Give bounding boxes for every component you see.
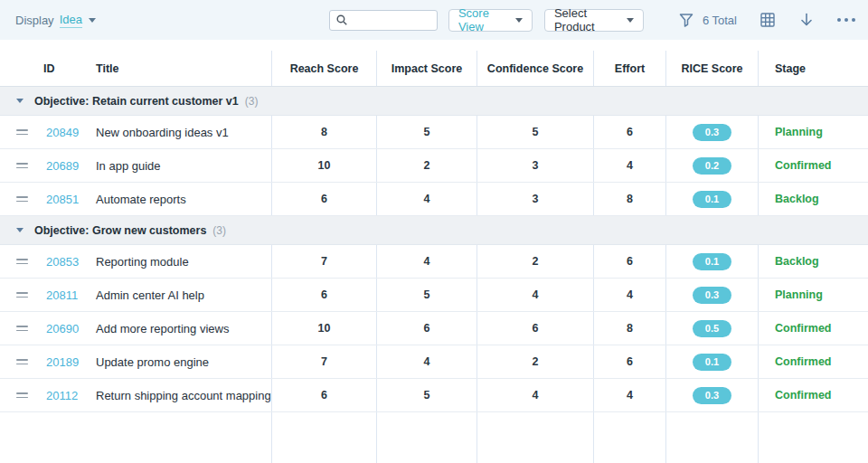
table-row[interactable]: 20811 Admin center AI help 6 5 4 4 0.3 P… bbox=[0, 279, 868, 312]
reach-score-cell[interactable]: 7 bbox=[271, 245, 376, 278]
table-row[interactable]: 20112 Return shipping account mapping 6 … bbox=[0, 379, 868, 412]
confidence-score-cell[interactable]: 2 bbox=[476, 345, 593, 378]
confidence-score-cell[interactable]: 4 bbox=[476, 279, 593, 311]
table-row[interactable]: 20851 Automate reports 6 4 3 8 0.1 Backl… bbox=[0, 183, 868, 216]
confidence-score-cell[interactable]: 3 bbox=[476, 149, 593, 182]
effort-cell[interactable]: 4 bbox=[593, 149, 665, 182]
rice-score-badge: 0.1 bbox=[693, 354, 731, 371]
column-header-rice-score: RICE Score bbox=[665, 51, 758, 86]
display-dropdown[interactable]: Display Idea bbox=[15, 13, 96, 28]
row-title[interactable]: Update promo engine bbox=[90, 345, 271, 378]
collapse-caret-icon[interactable] bbox=[16, 228, 24, 232]
impact-score-cell[interactable]: 5 bbox=[376, 279, 476, 311]
column-header-impact-score: Impact Score bbox=[376, 51, 476, 86]
stage-label: Backlog bbox=[758, 245, 868, 278]
row-id-link[interactable]: 20851 bbox=[46, 193, 79, 206]
row-id-link[interactable]: 20189 bbox=[46, 355, 79, 369]
search-input[interactable] bbox=[353, 14, 431, 26]
impact-score-cell[interactable]: 4 bbox=[376, 183, 476, 215]
confidence-score-cell[interactable]: 2 bbox=[476, 245, 593, 278]
column-header-stage: Stage bbox=[758, 51, 868, 86]
collapse-caret-icon[interactable] bbox=[16, 99, 24, 103]
reach-score-cell[interactable]: 6 bbox=[271, 183, 376, 215]
confidence-score-cell[interactable]: 6 bbox=[476, 312, 593, 345]
group-count: (3) bbox=[245, 95, 259, 108]
effort-cell[interactable]: 6 bbox=[593, 245, 665, 278]
table-row[interactable]: 20853 Reporting module 7 4 2 6 0.1 Backl… bbox=[0, 245, 868, 279]
search-box[interactable] bbox=[329, 10, 438, 31]
effort-cell[interactable]: 4 bbox=[593, 379, 665, 411]
reach-score-cell[interactable]: 10 bbox=[271, 312, 376, 345]
table-row[interactable]: 20690 Add more reporting views 10 6 6 8 … bbox=[0, 312, 868, 345]
drag-handle-icon[interactable] bbox=[16, 359, 28, 364]
row-title[interactable]: Reporting module bbox=[90, 245, 271, 278]
impact-score-cell[interactable]: 5 bbox=[376, 379, 476, 411]
row-title[interactable]: Automate reports bbox=[90, 183, 271, 215]
row-id-link[interactable]: 20811 bbox=[46, 288, 78, 302]
drag-handle-icon[interactable] bbox=[16, 196, 28, 202]
confidence-score-cell[interactable]: 3 bbox=[476, 183, 593, 215]
impact-score-cell[interactable]: 4 bbox=[376, 245, 476, 278]
effort-cell[interactable]: 6 bbox=[593, 345, 665, 378]
drag-handle-icon[interactable] bbox=[16, 163, 28, 168]
drag-handle-icon[interactable] bbox=[16, 392, 28, 398]
download-button[interactable] bbox=[798, 12, 815, 28]
column-header-title: Title bbox=[90, 51, 271, 86]
drag-handle-icon[interactable] bbox=[16, 129, 28, 135]
table-row[interactable]: 20849 New onboarding ideas v1 8 5 5 6 0.… bbox=[0, 116, 868, 149]
effort-cell[interactable]: 6 bbox=[593, 116, 665, 148]
rice-score-badge: 0.2 bbox=[693, 157, 731, 175]
confidence-score-cell[interactable]: 4 bbox=[476, 379, 593, 411]
reach-score-cell[interactable]: 6 bbox=[271, 379, 376, 411]
rice-score-badge: 0.5 bbox=[693, 320, 731, 337]
select-product-caret-icon bbox=[627, 18, 634, 23]
effort-cell[interactable]: 4 bbox=[593, 279, 665, 311]
row-title[interactable]: Admin center AI help bbox=[90, 279, 271, 311]
drag-handle-icon[interactable] bbox=[16, 292, 28, 298]
drag-handle-icon[interactable] bbox=[16, 259, 28, 264]
empty-row bbox=[0, 412, 868, 463]
column-header-effort: Effort bbox=[593, 51, 665, 86]
effort-cell[interactable]: 8 bbox=[593, 312, 665, 345]
group-header[interactable]: Objective: Retain current customer v1 (3… bbox=[0, 87, 868, 116]
row-title[interactable]: Return shipping account mapping bbox=[90, 379, 271, 411]
reach-score-cell[interactable]: 7 bbox=[271, 345, 376, 378]
impact-score-cell[interactable]: 2 bbox=[376, 149, 476, 182]
row-id-link[interactable]: 20849 bbox=[46, 126, 79, 139]
row-id-link[interactable]: 20853 bbox=[46, 255, 79, 269]
grid-view-button[interactable] bbox=[760, 12, 776, 28]
group-header[interactable]: Objective: Grow new customers (3) bbox=[0, 216, 868, 245]
reach-score-cell[interactable]: 8 bbox=[271, 116, 376, 148]
rice-score-badge: 0.3 bbox=[693, 387, 731, 404]
group-count: (3) bbox=[212, 224, 226, 237]
row-title[interactable]: In app guide bbox=[90, 149, 271, 182]
filter-icon bbox=[678, 12, 694, 28]
confidence-score-cell[interactable]: 5 bbox=[476, 116, 593, 148]
score-view-caret-icon bbox=[515, 18, 523, 23]
table-row[interactable]: 20689 In app guide 10 2 3 4 0.2 Confirme… bbox=[0, 149, 868, 183]
score-view-dropdown[interactable]: Score View bbox=[448, 9, 533, 32]
effort-cell[interactable]: 8 bbox=[593, 183, 665, 215]
reach-score-cell[interactable]: 6 bbox=[271, 279, 376, 311]
group-label: Objective: Retain current customer v1 bbox=[34, 95, 239, 108]
table-row[interactable]: 20189 Update promo engine 7 4 2 6 0.1 Co… bbox=[0, 345, 868, 379]
filter-button[interactable] bbox=[678, 12, 694, 28]
impact-score-cell[interactable]: 4 bbox=[376, 345, 476, 378]
select-product-dropdown[interactable]: Select Product bbox=[544, 9, 644, 32]
row-title[interactable]: New onboarding ideas v1 bbox=[90, 116, 271, 148]
row-title[interactable]: Add more reporting views bbox=[90, 312, 271, 345]
impact-score-cell[interactable]: 6 bbox=[376, 312, 476, 345]
stage-label: Planning bbox=[758, 279, 868, 311]
group-label: Objective: Grow new customers bbox=[34, 224, 206, 237]
display-label: Display bbox=[15, 14, 54, 27]
search-icon bbox=[335, 14, 348, 26]
drag-handle-icon[interactable] bbox=[16, 326, 28, 331]
stage-label: Planning bbox=[758, 116, 868, 148]
reach-score-cell[interactable]: 10 bbox=[271, 149, 376, 182]
row-id-link[interactable]: 20689 bbox=[46, 159, 79, 173]
impact-score-cell[interactable]: 5 bbox=[376, 116, 476, 148]
row-id-link[interactable]: 20690 bbox=[46, 322, 79, 335]
display-value[interactable]: Idea bbox=[60, 13, 82, 28]
more-options-button[interactable] bbox=[837, 18, 855, 22]
row-id-link[interactable]: 20112 bbox=[46, 389, 78, 402]
